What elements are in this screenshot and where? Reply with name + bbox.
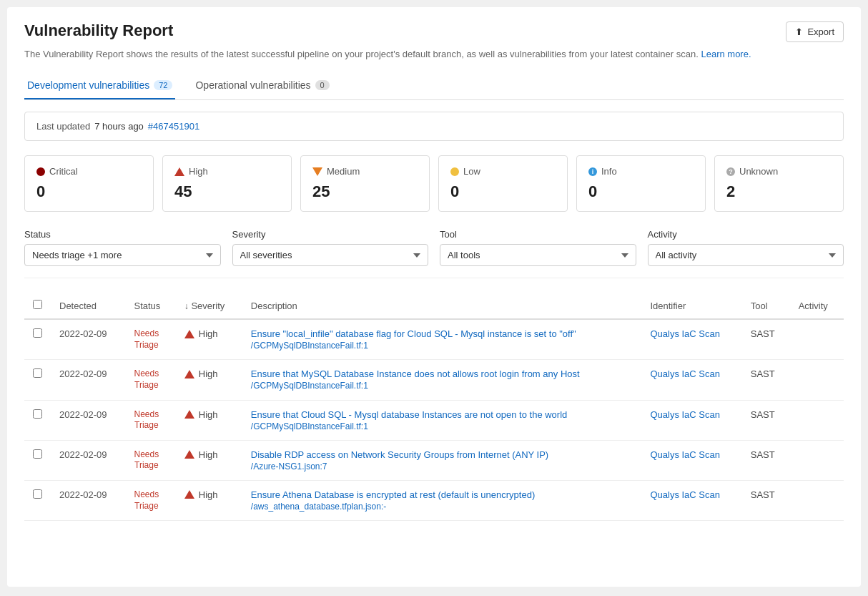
high-icon xyxy=(174,167,184,176)
severity-card-critical[interactable]: Critical 0 xyxy=(24,155,154,212)
description-link[interactable]: /GCPMySqlDBInstanceFail.tf:1 xyxy=(251,421,633,431)
tool-text: SAST xyxy=(751,328,775,339)
tab-ops-label: Operational vulnerabilities xyxy=(195,79,310,91)
tab-ops-badge: 0 xyxy=(315,80,330,90)
pipeline-link[interactable]: #467451901 xyxy=(148,121,199,132)
filter-activity-label: Activity xyxy=(648,229,844,240)
high-severity-icon xyxy=(184,450,194,459)
severity-label: High xyxy=(199,449,218,460)
identifier-text[interactable]: Qualys IaC Scan xyxy=(650,409,720,420)
filter-status-group: Status Needs triage +1 more All statuses… xyxy=(24,229,221,266)
vulnerabilities-table: Detected Status ↓ Severity Description I… xyxy=(24,293,844,521)
export-icon: ⬆ xyxy=(795,26,803,37)
row-checkbox[interactable] xyxy=(33,328,42,338)
tab-dev-label: Development vulnerabilities xyxy=(27,79,149,91)
card-critical-label: Critical xyxy=(49,166,78,177)
severity-card-low[interactable]: Low 0 xyxy=(438,155,568,212)
row-detected: 2022-02-09 xyxy=(51,400,125,440)
description-text[interactable]: Ensure that Cloud SQL - Mysql database I… xyxy=(251,409,568,420)
high-severity-icon xyxy=(184,370,194,378)
row-tool: SAST xyxy=(742,360,790,400)
th-identifier: Identifier xyxy=(641,293,741,319)
card-low-header: Low xyxy=(450,166,556,177)
severity-cards: Critical 0 High 45 Medium 25 Low 0 xyxy=(24,155,844,212)
last-updated-time: 7 hours ago xyxy=(94,121,144,132)
filters-row: Status Needs triage +1 more All statuses… xyxy=(24,229,844,278)
row-severity: High xyxy=(176,440,242,480)
row-checkbox[interactable] xyxy=(33,449,42,459)
th-status: Status xyxy=(125,293,175,319)
description-link[interactable]: /aws_athena_database.tfplan.json:- xyxy=(251,502,633,512)
learn-more-link[interactable]: Learn more. xyxy=(701,49,751,59)
activity-filter-select[interactable]: All activity Still detected No longer de… xyxy=(648,244,844,266)
table-row: 2022-02-09NeedsTriageHighEnsure that Clo… xyxy=(24,400,844,440)
row-description: Ensure that Cloud SQL - Mysql database I… xyxy=(242,400,642,440)
description-text[interactable]: Ensure "local_infile" database flag for … xyxy=(251,328,576,339)
row-description: Disable RDP access on Network Security G… xyxy=(242,440,642,480)
row-status: NeedsTriage xyxy=(125,480,175,520)
description-link[interactable]: /Azure-NSG1.json:7 xyxy=(251,461,633,472)
card-info-label: Info xyxy=(601,166,617,177)
row-severity: High xyxy=(176,400,242,440)
severity-card-info[interactable]: i Info 0 xyxy=(576,155,706,212)
severity-label: High xyxy=(199,328,218,339)
severity-filter-select[interactable]: All severities Critical High Medium Low … xyxy=(232,244,429,266)
identifier-text[interactable]: Qualys IaC Scan xyxy=(650,328,720,339)
row-activity xyxy=(790,480,844,520)
select-all-checkbox[interactable] xyxy=(33,300,42,309)
tool-text: SAST xyxy=(751,368,775,379)
row-identifier: Qualys IaC Scan xyxy=(641,319,741,360)
tab-development-vulnerabilities[interactable]: Development vulnerabilities 72 xyxy=(24,72,175,99)
description-link[interactable]: /GCPMySqlDBInstanceFail.tf:1 xyxy=(251,341,633,351)
identifier-text[interactable]: Qualys IaC Scan xyxy=(650,449,720,460)
row-activity xyxy=(790,400,844,440)
filter-status-label: Status xyxy=(24,229,221,240)
card-unknown-count: 2 xyxy=(726,182,832,201)
filter-severity-label: Severity xyxy=(232,229,429,240)
identifier-text[interactable]: Qualys IaC Scan xyxy=(650,368,720,379)
unknown-icon: ? xyxy=(726,167,735,176)
severity-card-unknown[interactable]: ? Unknown 2 xyxy=(714,155,844,212)
description-text[interactable]: Ensure Athena Database is encrypted at r… xyxy=(251,489,535,500)
card-unknown-header: ? Unknown xyxy=(726,166,832,177)
tabs-bar: Development vulnerabilities 72 Operation… xyxy=(24,72,844,100)
row-checkbox[interactable] xyxy=(33,489,42,499)
export-label: Export xyxy=(807,26,834,37)
card-high-header: High xyxy=(174,166,280,177)
status-badge[interactable]: NeedsTriage xyxy=(134,328,159,351)
description-text[interactable]: Ensure that MySQL Database Instance does… xyxy=(251,368,580,379)
severity-label: High xyxy=(199,489,218,500)
status-badge[interactable]: NeedsTriage xyxy=(134,409,159,431)
row-activity xyxy=(790,360,844,400)
tool-filter-select[interactable]: All tools SAST DAST Secret Detection Con… xyxy=(440,244,636,266)
identifier-text[interactable]: Qualys IaC Scan xyxy=(650,489,720,500)
status-badge[interactable]: NeedsTriage xyxy=(134,489,159,512)
row-checkbox[interactable] xyxy=(33,368,42,378)
row-tool: SAST xyxy=(742,480,790,520)
row-checkbox[interactable] xyxy=(33,409,42,419)
table-row: 2022-02-09NeedsTriageHighEnsure "local_i… xyxy=(24,319,844,360)
filter-activity-group: Activity All activity Still detected No … xyxy=(648,229,844,266)
severity-card-high[interactable]: High 45 xyxy=(162,155,292,212)
row-checkbox-cell xyxy=(24,360,51,400)
tool-text: SAST xyxy=(751,489,775,500)
status-badge[interactable]: NeedsTriage xyxy=(134,449,159,472)
status-filter-select[interactable]: Needs triage +1 more All statuses Detect… xyxy=(24,244,221,266)
filter-severity-group: Severity All severities Critical High Me… xyxy=(232,229,429,266)
description-link[interactable]: /GCPMySqlDBInstanceFail.tf:1 xyxy=(251,381,633,391)
filter-tool-group: Tool All tools SAST DAST Secret Detectio… xyxy=(440,229,636,266)
export-button[interactable]: ⬆ Export xyxy=(786,21,844,42)
tab-operational-vulnerabilities[interactable]: Operational vulnerabilities 0 xyxy=(192,72,332,99)
severity-card-medium[interactable]: Medium 25 xyxy=(300,155,430,212)
table-header-row: Detected Status ↓ Severity Description I… xyxy=(24,293,844,319)
description-text[interactable]: Disable RDP access on Network Security G… xyxy=(251,449,548,460)
row-description: Ensure Athena Database is encrypted at r… xyxy=(242,480,642,520)
row-tool: SAST xyxy=(742,440,790,480)
row-identifier: Qualys IaC Scan xyxy=(641,440,741,480)
vulnerability-report-page: Vulnerability Report ⬆ Export The Vulner… xyxy=(7,7,861,587)
row-status: NeedsTriage xyxy=(125,440,175,480)
row-severity: High xyxy=(176,480,242,520)
th-severity[interactable]: ↓ Severity xyxy=(176,293,242,319)
row-activity xyxy=(790,319,844,360)
status-badge[interactable]: NeedsTriage xyxy=(134,368,159,391)
